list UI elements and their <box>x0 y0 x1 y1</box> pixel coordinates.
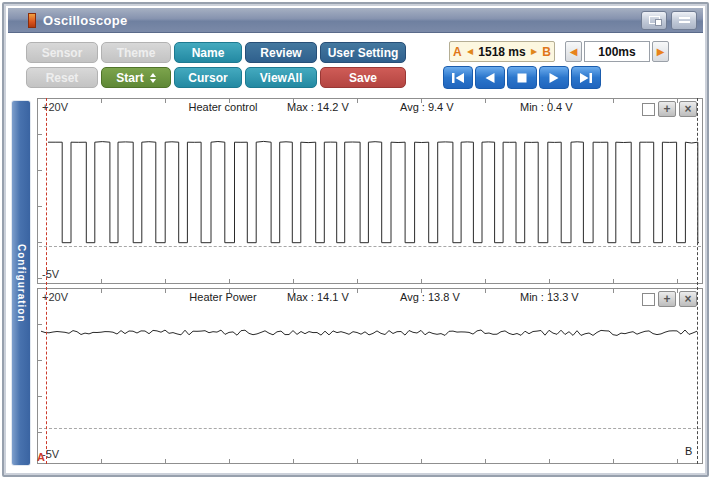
user-setting-button[interactable]: User Setting <box>320 42 406 63</box>
ab-time-readout: A ◀ 1518 ms ▶ B <box>449 41 555 62</box>
cursor-b-marker: B <box>685 445 692 457</box>
sensor-button[interactable]: Sensor <box>26 42 98 63</box>
cursor-b-line[interactable] <box>697 98 698 464</box>
zero-volt-dashed-line <box>39 246 701 247</box>
stop-button[interactable] <box>507 66 537 89</box>
start-spinner-icon <box>150 73 156 83</box>
max-stat: Max : 14.1 V <box>287 291 349 303</box>
cursor-button[interactable]: Cursor <box>174 67 242 88</box>
channel-panel-heater-power: +20V Heater Power Max : 14.1 V Avg : 13.… <box>37 288 703 464</box>
shade-window-button[interactable] <box>671 11 697 30</box>
avg-stat: Avg : 9.4 V <box>400 101 454 113</box>
name-button[interactable]: Name <box>174 42 242 63</box>
left-arrow-icon: ◀ <box>570 46 578 57</box>
cursor-a-line[interactable] <box>46 98 47 464</box>
toolbar-buttons: Sensor Theme Name Review User Setting Re… <box>26 42 406 88</box>
waveform-heater-power <box>39 290 701 462</box>
start-button[interactable]: Start <box>101 67 171 88</box>
channel-panels: +20V Heater control Max : 14.2 V Avg : 9… <box>37 98 703 464</box>
min-stat: Min : 0.4 V <box>520 101 573 113</box>
skip-to-start-button[interactable] <box>443 66 473 89</box>
window-title: Oscilloscope <box>43 13 128 28</box>
plus-icon: + <box>663 103 670 115</box>
right-arrow-icon: ▶ <box>657 46 665 57</box>
timebase-decrease-button[interactable]: ◀ <box>565 41 582 62</box>
app-icon <box>28 13 36 28</box>
min-stat: Min : 13.3 V <box>520 291 579 303</box>
vmin-label: -5V <box>42 268 59 280</box>
timing-controls: A ◀ 1518 ms ▶ B ◀ 100ms ▶ <box>449 41 691 89</box>
reset-button[interactable]: Reset <box>26 67 98 88</box>
channel-controls: + × <box>642 291 697 307</box>
max-stat: Max : 14.2 V <box>287 101 349 113</box>
title-bar[interactable]: Oscilloscope <box>8 8 703 33</box>
skip-start-icon <box>451 73 465 83</box>
channel-close-button[interactable]: × <box>679 101 697 117</box>
timebase-value[interactable]: 100ms <box>584 41 650 62</box>
timebase-group: ◀ 100ms ▶ <box>565 41 669 62</box>
stop-icon <box>517 73 527 83</box>
cursor-a-left-arrow-icon: ◀ <box>467 47 473 56</box>
plus-icon: + <box>663 293 670 305</box>
step-forward-button[interactable] <box>539 66 569 89</box>
timebase-increase-button[interactable]: ▶ <box>652 41 669 62</box>
oscilloscope-window: Oscilloscope Sensor Theme Name Review Us… <box>2 2 709 477</box>
shade-icon <box>679 17 690 24</box>
ab-time-value: 1518 ms <box>478 45 525 59</box>
channel-zoom-button[interactable]: + <box>658 291 676 307</box>
channel-select-checkbox[interactable] <box>642 293 655 306</box>
channel-name: Heater Power <box>158 291 288 303</box>
save-button[interactable]: Save <box>320 67 406 88</box>
cursor-a-marker: A <box>37 451 45 463</box>
cursor-a-readout-label: A <box>453 45 462 59</box>
avg-stat: Avg : 13.8 V <box>400 291 460 303</box>
channel-panel-heater-control: +20V Heater control Max : 14.2 V Avg : 9… <box>37 98 703 284</box>
channel-zoom-button[interactable]: + <box>658 101 676 117</box>
close-icon: × <box>684 103 691 115</box>
page-background: Oscilloscope Sensor Theme Name Review Us… <box>0 0 711 479</box>
step-forward-icon <box>548 73 560 83</box>
cursor-b-right-arrow-icon: ▶ <box>531 47 537 56</box>
restore-icon <box>649 16 660 24</box>
timing-row: A ◀ 1518 ms ▶ B ◀ 100ms ▶ <box>449 41 691 62</box>
start-button-label: Start <box>116 71 143 85</box>
zero-volt-dashed-line <box>39 428 701 429</box>
waveform-heater-control <box>39 100 701 282</box>
toolbar: Sensor Theme Name Review User Setting Re… <box>8 33 703 96</box>
restore-window-button[interactable] <box>641 11 667 30</box>
transport-controls <box>443 66 691 89</box>
window-controls <box>641 11 697 30</box>
skip-end-icon <box>579 73 593 83</box>
theme-button[interactable]: Theme <box>101 42 171 63</box>
channel-name: Heater control <box>158 101 288 113</box>
close-icon: × <box>684 293 691 305</box>
skip-to-end-button[interactable] <box>571 66 601 89</box>
review-button[interactable]: Review <box>245 42 317 63</box>
channel-controls: + × <box>642 101 697 117</box>
configuration-sidebar-tab[interactable]: Configuration <box>11 100 31 466</box>
channel-close-button[interactable]: × <box>679 291 697 307</box>
cursor-b-readout-label: B <box>542 45 551 59</box>
view-all-button[interactable]: ViewAll <box>245 67 317 88</box>
channel-select-checkbox[interactable] <box>642 103 655 116</box>
step-back-icon <box>484 73 496 83</box>
scope-area: Configuration +20V Heater control Max : … <box>8 96 703 471</box>
configuration-label: Configuration <box>16 244 27 323</box>
step-back-button[interactable] <box>475 66 505 89</box>
